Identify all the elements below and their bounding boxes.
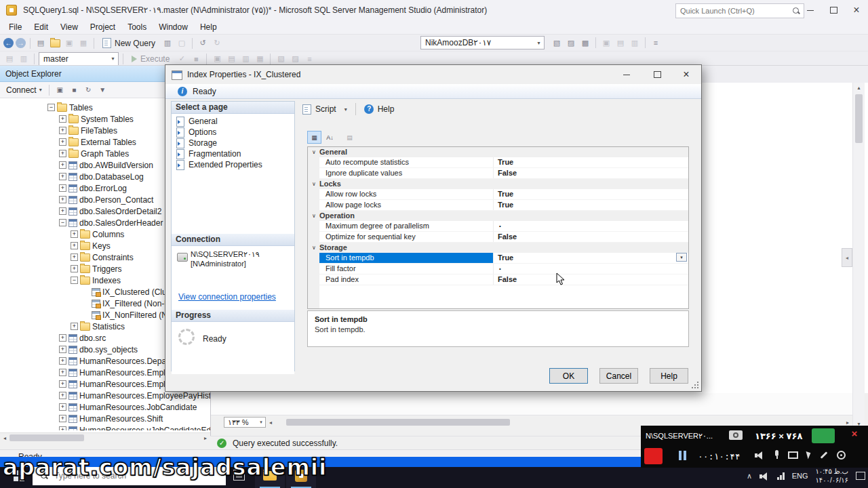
resize-grip[interactable] bbox=[690, 380, 698, 388]
view-connection-properties-link[interactable]: View connection properties bbox=[178, 292, 276, 302]
dialog-minimize-button[interactable] bbox=[613, 65, 640, 84]
dialog-help-button[interactable]: Help bbox=[360, 101, 399, 117]
refresh-icon[interactable] bbox=[83, 84, 94, 96]
analysis-query-icon[interactable] bbox=[176, 37, 188, 49]
microphone-icon[interactable] bbox=[774, 450, 779, 460]
volume-icon[interactable] bbox=[760, 472, 770, 481]
value-dropdown-button[interactable] bbox=[676, 253, 687, 262]
menu-tools[interactable]: Tools bbox=[121, 20, 153, 34]
scroll-left-icon[interactable] bbox=[266, 418, 275, 427]
toolbar-options-icon[interactable] bbox=[303, 53, 315, 65]
action-center-icon[interactable] bbox=[856, 472, 865, 480]
breakpoint-icon[interactable] bbox=[614, 37, 627, 49]
quick-launch-input[interactable] bbox=[676, 5, 791, 17]
results-to-grid-icon[interactable] bbox=[225, 53, 237, 65]
connect-button[interactable]: Connect bbox=[4, 85, 44, 95]
new-query-button[interactable]: New Query bbox=[98, 37, 159, 50]
template-explorer-icon[interactable] bbox=[565, 37, 577, 49]
toolbar-options-icon[interactable] bbox=[650, 37, 662, 49]
speaker-icon[interactable] bbox=[755, 451, 765, 460]
dialog-close-button[interactable] bbox=[673, 65, 700, 84]
dialog-maximize-button[interactable] bbox=[644, 65, 671, 84]
tree-expander-icon[interactable] bbox=[71, 277, 78, 284]
tree-expander-icon[interactable] bbox=[59, 392, 66, 399]
tree-expander-icon[interactable] bbox=[59, 173, 66, 180]
tree-expander-icon[interactable] bbox=[59, 369, 66, 376]
title-bar[interactable]: SQLQuery1.sql - N\SQLSERVER۲۰۱۹.master (… bbox=[0, 0, 868, 20]
database-combobox[interactable]: NikAmoozDB۲۰۱۷ bbox=[420, 36, 545, 49]
grid-property-row[interactable]: Maximum degree of parallelism۰ bbox=[319, 221, 688, 232]
disconnect-icon[interactable] bbox=[54, 84, 66, 96]
settings-icon[interactable] bbox=[837, 451, 846, 460]
nav-forward-icon[interactable] bbox=[16, 38, 26, 48]
tree-expander-icon[interactable] bbox=[59, 138, 66, 146]
tree-expander-icon[interactable] bbox=[47, 104, 55, 111]
redo-icon[interactable] bbox=[211, 37, 223, 49]
tree-item[interactable]: HumanResources.JobCandidate bbox=[0, 401, 210, 413]
tree-expander-icon[interactable] bbox=[59, 415, 66, 422]
page-item-general[interactable]: General bbox=[172, 116, 294, 127]
tree-expander-icon[interactable] bbox=[71, 242, 78, 249]
connect-query-icon[interactable] bbox=[3, 53, 16, 65]
close-button[interactable] bbox=[845, 0, 868, 20]
recorder-accept-button[interactable] bbox=[812, 428, 835, 443]
grid-property-row[interactable]: Optimize for sequential keyFalse bbox=[319, 232, 688, 243]
taskbar-clock[interactable]: ب.ظ ۱۰:۴۵ ۱۴۰۰/۰۶/۱۶ bbox=[815, 467, 848, 485]
grid-property-row[interactable]: Ignore duplicate valuesFalse bbox=[319, 168, 688, 179]
parse-icon[interactable] bbox=[176, 53, 188, 65]
scrollbar-thumb[interactable] bbox=[286, 419, 510, 426]
recorder-stop-button[interactable] bbox=[644, 448, 663, 464]
menu-file[interactable]: File bbox=[3, 20, 28, 34]
script-button[interactable]: Script bbox=[298, 101, 340, 117]
database-engine-query-icon[interactable] bbox=[161, 37, 174, 49]
new-project-icon[interactable] bbox=[35, 37, 47, 49]
stop-icon[interactable] bbox=[68, 84, 80, 96]
filter-icon[interactable] bbox=[97, 84, 108, 96]
tree-expander-icon[interactable] bbox=[59, 150, 66, 157]
save-icon[interactable] bbox=[63, 37, 75, 49]
change-connection-icon[interactable] bbox=[18, 53, 30, 65]
page-item-extended-properties[interactable]: Extended Properties bbox=[172, 159, 294, 170]
scroll-right-icon[interactable] bbox=[201, 433, 210, 443]
menu-view[interactable]: View bbox=[54, 20, 84, 34]
tree-expander-icon[interactable] bbox=[71, 253, 78, 261]
page-item-options[interactable]: Options bbox=[172, 127, 294, 138]
menu-help[interactable]: Help bbox=[194, 20, 223, 34]
cursor-capture-icon[interactable] bbox=[806, 450, 812, 459]
tree-expander-icon[interactable] bbox=[59, 357, 66, 365]
alphabetical-view-button[interactable] bbox=[323, 131, 337, 144]
open-file-icon[interactable] bbox=[49, 37, 61, 49]
results-to-file-icon[interactable] bbox=[239, 53, 252, 65]
tree-expander-icon[interactable] bbox=[59, 207, 66, 215]
pen-icon[interactable] bbox=[821, 451, 828, 459]
camera-icon[interactable] bbox=[729, 430, 743, 440]
property-pages-button[interactable] bbox=[342, 131, 357, 144]
available-databases-combobox[interactable]: master bbox=[39, 52, 119, 66]
tree-expander-icon[interactable] bbox=[59, 184, 66, 192]
recorder-close-icon[interactable] bbox=[848, 428, 861, 440]
minimize-button[interactable] bbox=[799, 0, 822, 20]
tree-expander-icon[interactable] bbox=[59, 219, 66, 226]
editor-vertical-scrollbar[interactable] bbox=[852, 83, 865, 428]
tree-expander-icon[interactable] bbox=[59, 127, 66, 134]
debug-icon[interactable] bbox=[600, 37, 612, 49]
recorder-pause-button[interactable] bbox=[679, 451, 687, 460]
grid-category-row[interactable]: General bbox=[308, 147, 688, 157]
menu-edit[interactable]: Edit bbox=[28, 20, 54, 34]
tree-expander-icon[interactable] bbox=[59, 426, 66, 430]
grid-property-row[interactable]: Auto recompute statisticsTrue bbox=[319, 157, 688, 168]
step-icon[interactable] bbox=[629, 37, 641, 49]
page-item-fragmentation[interactable]: Fragmentation bbox=[172, 148, 294, 159]
grid-property-row[interactable]: Pad indexFalse bbox=[319, 274, 688, 285]
ok-button[interactable]: OK bbox=[549, 368, 588, 384]
grid-property-row[interactable]: Allow page locksTrue bbox=[319, 200, 688, 211]
splitter-collapse-button[interactable] bbox=[842, 248, 852, 267]
undo-icon[interactable] bbox=[197, 37, 209, 49]
comment-icon[interactable] bbox=[254, 53, 266, 65]
zoom-combobox[interactable]: ۱۳۳ % bbox=[224, 417, 266, 428]
tree-expander-icon[interactable] bbox=[59, 115, 66, 123]
grid-category-row[interactable]: Operation bbox=[308, 211, 688, 221]
grid-property-row[interactable]: Allow row locksTrue bbox=[319, 189, 688, 200]
tree-expander-icon[interactable] bbox=[59, 403, 66, 411]
page-item-storage[interactable]: Storage bbox=[172, 138, 294, 148]
